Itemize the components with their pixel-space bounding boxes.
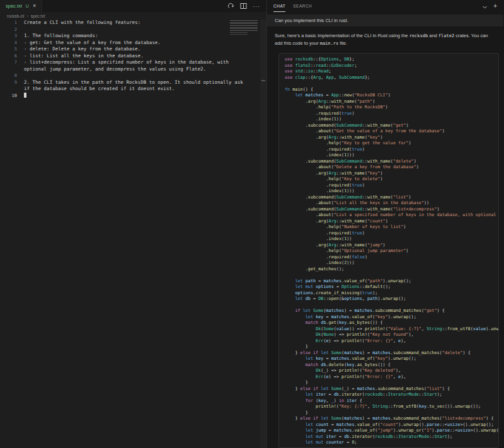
line-text: Create a CLI with the following features…: [17, 20, 140, 26]
line-number: [0, 66, 17, 73]
code-line: .required(true): [285, 111, 498, 117]
minimap-paragraph: [230, 32, 248, 35]
code-line: .help("Path to the RocksDB"): [285, 105, 498, 111]
editor-line[interactable]: 8: [0, 72, 266, 79]
code-line: .help("Key to delete"): [285, 176, 498, 183]
code-line: let mut options = Options::default();: [285, 284, 498, 290]
chat-panel-header: CHAT SEARCH +: [267, 0, 503, 12]
code-line: .index(1))): [285, 188, 498, 195]
code-line: Ok(None) => println!("Key not found"),: [285, 332, 498, 338]
line-text: - list+decompress: List a specified numb…: [17, 59, 229, 66]
line-text: - get: Get the value of a key from the d…: [17, 40, 161, 47]
overview-ruler-scrollbar[interactable]: [260, 20, 266, 448]
code-line: .about("Delete a key from the database"): [285, 164, 498, 171]
code-line: } else if let Some(_) = matches.subcomma…: [285, 386, 498, 393]
editor-line[interactable]: 4- get: Get the value of a key from the …: [0, 40, 266, 47]
code-line: .required(true): [285, 183, 498, 189]
line-text: 1. The following commands:: [17, 33, 98, 40]
editor-line[interactable]: 1Create a CLI with the following feature…: [0, 20, 266, 26]
code-line: Err(e) => println!("Error: {}", e),: [285, 374, 498, 381]
chat-header-icons: +: [482, 0, 497, 12]
code-line: .arg(Arg::with_name("jump"): [285, 243, 498, 249]
line-number: 6: [0, 53, 17, 60]
editor-lines: 1Create a CLI with the following feature…: [0, 20, 266, 99]
tab-chat[interactable]: CHAT: [273, 0, 285, 12]
editor-line[interactable]: 92. The CLI takes in the path of the Roc…: [0, 79, 266, 86]
code-line: .get_matches();: [285, 267, 498, 273]
code-line: Err(e) => println!("Error: {}", e),: [285, 338, 498, 345]
code-line: } else if let Some(matches) = matches.su…: [285, 416, 498, 422]
code-line: [285, 272, 498, 279]
chevron-down-icon[interactable]: [482, 1, 488, 12]
code-line: let jump = matches.value_of("jump").unwr…: [285, 428, 498, 434]
close-icon[interactable]: ×: [33, 3, 36, 9]
editor-line[interactable]: 5- delete: Delete a key from the databas…: [0, 46, 266, 53]
line-number: 1: [0, 20, 17, 26]
code-line: .subcommand(SubCommand::with_name("delet…: [285, 159, 498, 165]
code-line: .index(2))): [285, 260, 498, 267]
code-line: fn main() {: [285, 87, 498, 93]
git-untracked-badge: U: [26, 4, 29, 8]
editor-line[interactable]: 10: [0, 93, 266, 100]
line-number: 4: [0, 40, 17, 47]
editor-line[interactable]: if the database should be created if it …: [0, 86, 266, 93]
line-text: if the database should be created if it …: [17, 86, 175, 93]
code-line: [285, 302, 498, 309]
code-line: .index(1)): [285, 117, 498, 123]
code-line: if let Some(matches) = matches.subcomman…: [285, 308, 498, 314]
breadcrumb-file[interactable]: spec.txt: [31, 14, 45, 18]
code-line: .arg(Arg::with_name("path"): [285, 99, 498, 105]
inline-code: rocksdb: [410, 33, 428, 38]
editor-line[interactable]: 2: [0, 26, 266, 33]
editor-line[interactable]: 7- list+decompress: List a specified num…: [0, 59, 266, 66]
tab-filename: spec.txt: [6, 3, 22, 9]
vscode-window: spec.txt U × ··· rocksb-cli › spec.txt 1…: [0, 0, 504, 448]
text-cursor: [24, 93, 26, 98]
inline-code: main.rs: [320, 41, 339, 46]
editor-line[interactable]: 6- list: List all the keys in the databa…: [0, 53, 266, 60]
code-line: .about("List a specified number of keys …: [285, 212, 498, 219]
editor-actions: ···: [227, 0, 266, 12]
line-text: [17, 72, 24, 79]
code-line: let key = matches.value_of("key").unwrap…: [285, 356, 498, 362]
line-number: 8: [0, 72, 17, 79]
code-line: let matches = App::new("RocksDB CLI"): [285, 93, 498, 99]
message-text: and: [428, 33, 438, 38]
code-line: .required(false): [285, 255, 498, 261]
editor-line[interactable]: optional jump parameter, and decompress …: [0, 66, 266, 73]
message-text: Sure, here's a basic implementation of t…: [275, 33, 410, 38]
code-line: use clap::{Arg, App, SubCommand};: [285, 75, 498, 81]
line-number: 10: [0, 93, 17, 100]
code-line: } else if let Some(matches) = matches.su…: [285, 350, 498, 357]
editor-line[interactable]: 31. The following commands:: [0, 33, 266, 40]
tab-search[interactable]: SEARCH: [293, 0, 312, 12]
code-line: .help("Optional jump parameter"): [285, 248, 498, 255]
more-actions-icon[interactable]: ···: [253, 3, 260, 9]
user-message: Can you implement this CLI in rust.: [267, 14, 503, 26]
code-line: let iter = db.iterator(rocksdb::Iterator…: [285, 392, 498, 398]
line-number: 3: [0, 33, 17, 40]
assistant-message: Sure, here's a basic implementation of t…: [267, 26, 503, 50]
code-line: .index(1)): [285, 236, 498, 243]
code-line: }: [285, 410, 498, 416]
new-chat-plus-icon[interactable]: +: [493, 3, 497, 9]
code-line: println!("Key: {:?}", String::from_utf8(…: [285, 404, 498, 410]
minimap[interactable]: [230, 20, 258, 32]
line-text: - delete: Delete a key from the database…: [17, 46, 140, 53]
split-editor-icon[interactable]: [240, 3, 247, 9]
code-line: .arg(Arg::with_name("key"): [285, 171, 498, 177]
code-line: use rocksdb::{Options, DB};: [285, 57, 498, 63]
breadcrumb[interactable]: rocksb-cli › spec.txt: [0, 12, 266, 20]
code-line: .help("Key to get the value for"): [285, 141, 498, 147]
code-line: .index(1))): [285, 152, 498, 159]
inline-code: flate2: [438, 33, 454, 38]
rust-code-block[interactable]: use rocksdb::{Options, DB};use flate2::r…: [278, 53, 499, 448]
code-line: }: [285, 344, 498, 350]
code-line: Ok(_) => println!("Key deleted"),: [285, 368, 498, 374]
text-editor[interactable]: 1Create a CLI with the following feature…: [0, 20, 266, 448]
open-changes-icon[interactable]: [227, 3, 234, 9]
line-number: 5: [0, 46, 17, 53]
tab-spec-txt[interactable]: spec.txt U ×: [0, 0, 42, 12]
breadcrumb-folder[interactable]: rocksb-cli: [7, 14, 24, 18]
chat-conversation: Can you implement this CLI in rust. Sure…: [267, 12, 503, 448]
